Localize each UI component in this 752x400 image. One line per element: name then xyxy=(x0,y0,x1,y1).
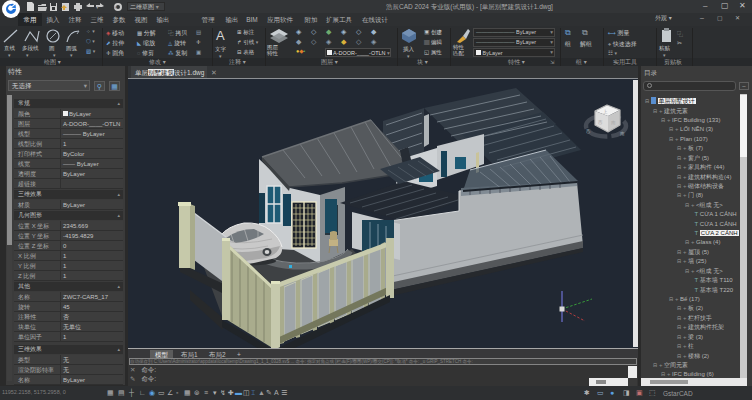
svg-text:南: 南 xyxy=(620,131,625,136)
svg-text:西: 西 xyxy=(598,119,603,125)
svg-text:南: 南 xyxy=(611,120,616,125)
svg-text:上: 上 xyxy=(603,109,608,114)
svg-text:西: 西 xyxy=(586,128,591,134)
